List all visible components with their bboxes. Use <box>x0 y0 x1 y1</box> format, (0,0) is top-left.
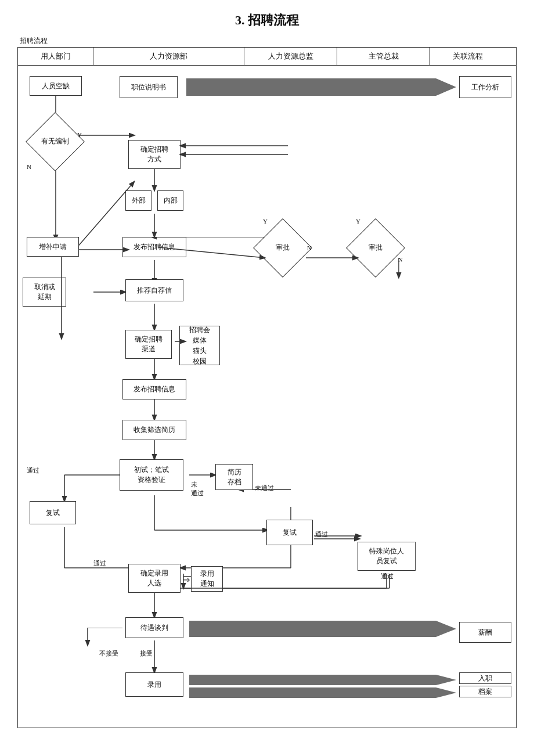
box-luyongtongzhi: 录用通知 <box>191 566 223 592</box>
col-hrchief: 人力资源总监 <box>244 48 337 65</box>
label-y1: Y <box>77 131 82 138</box>
label-y3: Y <box>356 218 360 225</box>
box-zengbushenqing: 增补申请 <box>27 237 79 257</box>
box-teshugangwei: 特殊岗位人员复试 <box>358 542 416 571</box>
box-ruzhi: 入职 <box>459 672 511 684</box>
bujieshou-arrow <box>53 628 128 648</box>
svg-marker-32 <box>189 687 456 698</box>
col-related: 关联流程 <box>430 48 506 65</box>
label-wetongguo2: 未通过 <box>255 484 274 492</box>
col-ceo: 主管总裁 <box>337 48 430 65</box>
box-shoujijianli: 收集筛选简历 <box>122 420 186 440</box>
diamond-youwubianzhi: 有无编制 <box>26 112 85 171</box>
main-title: 3. 招聘流程 <box>17 12 517 29</box>
column-headers: 用人部门 人力资源部 人力资源总监 主管总裁 关联流程 <box>18 48 516 66</box>
svg-marker-30 <box>189 621 456 637</box>
label-wetongguo1: 未通过 <box>191 480 204 498</box>
box-channels: 招聘会媒体猫头校园 <box>179 326 220 365</box>
label-tongguo3: 通过 <box>315 530 328 539</box>
label-n1: N <box>27 163 31 170</box>
box-tuijian: 推荐自荐信 <box>125 279 183 301</box>
label-tongguo1: 通过 <box>27 466 39 475</box>
col-hr: 人力资源部 <box>93 48 244 65</box>
box-zhiweishuomingshu: 职位说明书 <box>120 76 178 98</box>
wide-arrow-3 <box>189 675 456 685</box>
box-daiyutanpan: 待遇谈判 <box>125 617 183 638</box>
diamond-shenpi-hrchief: 审批 <box>253 218 312 278</box>
label-n3: N <box>398 256 403 263</box>
wide-arrow-4 <box>189 687 456 698</box>
page: { "title": "3. 招聘流程", "subtitle": "招聘流程"… <box>0 0 534 756</box>
hollow-arrow: ⇒ <box>182 574 190 585</box>
box-fabuzhaoping1: 发布招聘信息 <box>122 237 186 257</box>
box-waibu: 外部 <box>125 190 151 211</box>
box-dangan: 档案 <box>459 686 511 697</box>
svg-marker-31 <box>189 675 456 685</box>
wide-arrow-1 <box>186 78 456 96</box>
box-quxiao: 取消或延期 <box>23 278 66 307</box>
box-renyuankongque: 人员空缺 <box>30 76 82 96</box>
box-fabuzhaoping2: 发布招聘信息 <box>122 379 186 399</box>
label-jieshou: 接受 <box>140 649 153 658</box>
label-bujieshou: 不接受 <box>99 649 118 658</box>
box-luyong: 录用 <box>125 672 183 697</box>
box-querenzhaopin: 确定招聘方式 <box>128 140 181 169</box>
diagram: 用人部门 人力资源部 人力资源总监 主管总裁 关联流程 <box>17 47 517 728</box>
col-yongrendept: 用人部门 <box>18 48 93 65</box>
box-xinChou: 薪酬 <box>459 622 511 643</box>
box-querenqudao: 确定招聘渠道 <box>125 330 172 359</box>
label-tongguo4: 通过 <box>381 572 394 581</box>
flow-body: 人员空缺 有无编制 Y N 增补申请 取消或延期 复试 通过 <box>18 66 516 728</box>
diamond-shenpi-ceo: 审批 <box>346 218 405 278</box>
box-neibu: 内部 <box>157 190 183 211</box>
box-querenluoyong: 确定录用人选 <box>128 564 181 593</box>
label-n2: N <box>307 244 312 251</box>
box-fushi1: 复试 <box>30 501 76 524</box>
label-y2: Y <box>263 218 268 225</box>
box-jianlicundang: 简历存档 <box>215 464 253 490</box>
box-chushi: 初试；笔试资格验证 <box>120 459 183 491</box>
svg-marker-29 <box>186 78 456 96</box>
subtitle: 招聘流程 <box>17 35 517 47</box>
box-gongzuofenxi: 工作分析 <box>459 76 511 98</box>
wide-arrow-2 <box>189 621 456 637</box>
box-fushi2: 复试 <box>266 520 313 545</box>
label-tongguo2: 通过 <box>93 559 106 568</box>
